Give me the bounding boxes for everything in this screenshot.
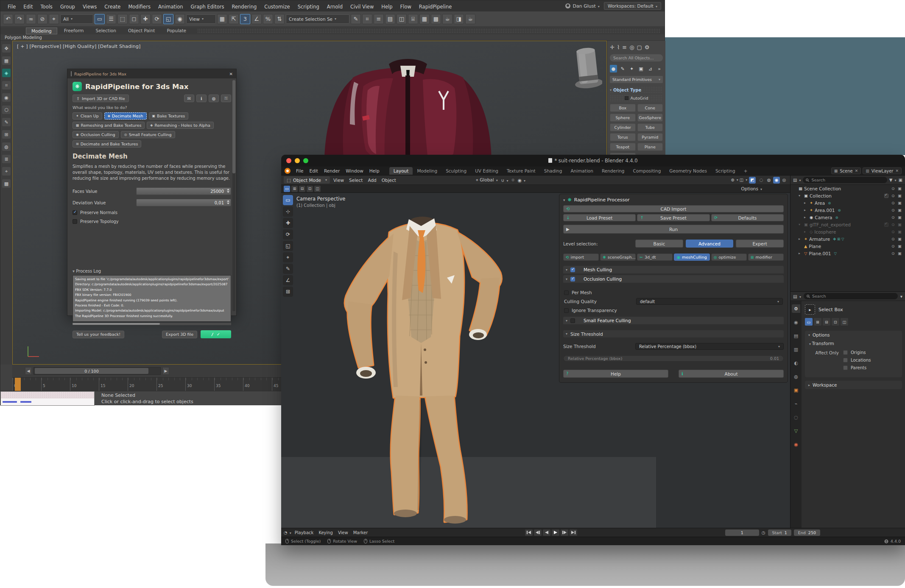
unlink-selection-icon[interactable]: ⊘ — [37, 14, 47, 24]
workspaces-combo[interactable]: Workspaces: Default — [604, 2, 661, 10]
mode-intersect[interactable]: ◫ — [841, 318, 848, 326]
snaps-toggle-icon[interactable]: 3 — [240, 14, 250, 24]
enable-section-row[interactable]: ▾ Occlusion Culling — [563, 275, 784, 283]
workspace-tab[interactable]: Animation — [566, 167, 598, 175]
action-chip[interactable]: ▣Bake Textures — [149, 112, 189, 120]
filter-icon[interactable]: ▼ — [889, 178, 897, 182]
transform-subpanel[interactable]: Transform — [809, 341, 899, 346]
properties-tab-view-layer[interactable]: ▥ — [792, 345, 800, 354]
bind-to-space-warp-icon[interactable]: ⌖ — [49, 14, 59, 24]
rectangular-selection-region-icon[interactable]: ⬚ — [117, 14, 128, 24]
spinner-snap-icon[interactable]: ⇅ — [274, 14, 285, 24]
max-menu-item[interactable]: Arnold — [323, 4, 346, 10]
toggle-grid-icon[interactable]: ⌗ — [2, 81, 11, 89]
render-setup-icon[interactable]: ☕ — [442, 14, 452, 24]
timeline-menu-item[interactable]: View — [335, 530, 351, 535]
workspace-tab[interactable]: Texture Paint — [503, 167, 540, 175]
select-and-move-icon[interactable]: ✚ — [140, 14, 151, 24]
select-extend-icon[interactable]: ⊞ — [291, 186, 298, 192]
hide-eye-icon[interactable] — [891, 244, 895, 248]
display-mode-icon[interactable]: ▤ — [793, 178, 801, 182]
about-button[interactable]: ℹAbout — [679, 370, 784, 378]
time-slider-track[interactable]: 0 / 100 — [34, 367, 161, 375]
undo-icon[interactable]: ↶ — [3, 14, 13, 24]
blender-titlebar[interactable]: * suit-render.blend - Blender 4.4.0 — [281, 155, 905, 167]
process-run-button[interactable]: /✓ — [201, 330, 231, 338]
max-menu-item[interactable]: Group — [56, 4, 79, 10]
mode-dropdown[interactable]: ⬚Object Mode — [284, 176, 330, 184]
window-crossing-icon[interactable]: ◻ — [129, 14, 139, 24]
exclude-checkbox[interactable] — [884, 223, 888, 227]
disable-render-icon[interactable] — [898, 244, 902, 248]
disable-render-icon[interactable] — [898, 237, 902, 241]
select-new-icon[interactable]: ▭ — [284, 186, 290, 192]
hide-eye-icon[interactable] — [891, 215, 895, 220]
config-tab[interactable]: ✂3d_dt — [637, 254, 673, 261]
viewport-label[interactable]: [ + ] [Perspective] [High Quality] [Defa… — [17, 44, 141, 49]
spinner[interactable] — [227, 189, 229, 193]
max-menu-item[interactable]: Help — [377, 4, 396, 10]
hierarchy-tab-icon[interactable]: ≡ — [622, 44, 627, 50]
outliner-plane[interactable]: ▲ Plane — [790, 242, 905, 250]
size-threshold-header[interactable]: ▾Size Threshold — [563, 330, 784, 337]
max-menu-item[interactable]: Rendering — [228, 4, 261, 10]
properties-tab-render[interactable]: ◉ — [792, 318, 800, 326]
play-button[interactable] — [552, 529, 559, 536]
blender-viewport[interactable]: ▭⊹✚⟳◱⌖✎∠⊞ Camera Perspective (1) Collect… — [281, 193, 790, 528]
outliner-collection[interactable]: ▾ ▣ Collection — [790, 192, 905, 199]
reference-coordinate-combo[interactable]: View — [186, 14, 216, 24]
config-tab[interactable]: ▣meshCulling — [674, 254, 709, 261]
collapse-icon[interactable]: ▾ — [900, 294, 902, 299]
process-log[interactable]: Saving asset to file 'c:/programdata/aut… — [73, 275, 231, 322]
disable-render-icon[interactable] — [898, 229, 902, 234]
cameras-category-icon[interactable]: ▣ — [637, 65, 645, 72]
wireframe-shading-icon[interactable]: ◌ — [758, 177, 765, 184]
exclude-checkbox[interactable] — [884, 194, 888, 198]
license-key-icon[interactable]: ⚿ — [221, 95, 231, 102]
hide-eye-icon[interactable] — [891, 222, 895, 227]
collapse-caret-icon[interactable]: ▾ — [563, 198, 565, 202]
suit-model[interactable] — [330, 209, 512, 528]
properties-tab-output[interactable]: ▤ — [792, 332, 800, 340]
list-icon[interactable]: ≣ — [2, 155, 11, 163]
tool-measure[interactable]: ∠ — [283, 275, 293, 285]
edit-named-selection-sets-icon[interactable]: ✎ — [351, 14, 361, 24]
tool-transform[interactable]: ⌖ — [283, 252, 293, 262]
tool-move[interactable]: ✚ — [283, 218, 293, 228]
preserve-checkbox[interactable]: Preserve Topology — [73, 219, 231, 224]
tool-rotate[interactable]: ⟳ — [283, 229, 293, 240]
properties-tab-tool[interactable]: ⚙ — [792, 304, 800, 313]
workspace-tab[interactable]: UV Editing — [471, 167, 503, 175]
action-chip[interactable]: ⊞Decimate and Bake Textures — [73, 140, 141, 148]
redo-icon[interactable]: ↷ — [14, 14, 25, 24]
select-and-place-icon[interactable]: ◉ — [175, 14, 185, 24]
time-slider-thumb[interactable]: 0 / 100 — [35, 368, 148, 374]
outliner-search[interactable]: Search — [803, 177, 887, 183]
outliner-scene-collection[interactable]: ▦ Scene Collection — [790, 185, 905, 192]
level-button[interactable]: Advanced — [686, 240, 734, 248]
align-icon[interactable]: ≡ — [374, 14, 384, 24]
max-menu-item[interactable]: Tools — [37, 4, 56, 10]
culling-quality-dropdown[interactable]: default — [636, 298, 783, 305]
max-menu-item[interactable]: Edit — [20, 4, 36, 10]
select-by-name-icon[interactable]: ☰ — [106, 14, 116, 24]
schematic-view-icon[interactable]: ▦ — [419, 14, 430, 24]
polygon-modeling-label[interactable]: Polygon Modeling — [0, 35, 42, 40]
cad-import-button[interactable]: ⟲CAD Import — [563, 205, 784, 212]
snap-dropdown[interactable]: ∪ — [501, 178, 508, 183]
object-type-rollout[interactable]: ▾Object Type — [610, 86, 663, 93]
max-menu-item[interactable]: Customize — [260, 4, 293, 10]
config-tab[interactable]: ⊞modifier — [748, 254, 784, 261]
gizmo-dropdown[interactable]: ⊕ — [731, 177, 738, 184]
max-menu-item[interactable]: Flow — [397, 4, 415, 10]
next-keyframe-button[interactable] — [561, 529, 568, 536]
blender-menu-item[interactable]: Render — [321, 168, 343, 173]
hide-eye-icon[interactable] — [891, 186, 895, 191]
max-menu-item[interactable]: Views — [79, 4, 101, 10]
outliner-armature[interactable]: ▸ ✶ Armature ✥ ⊞ ▽ — [790, 235, 905, 242]
select-intersect-icon[interactable]: ◫ — [314, 186, 321, 192]
tool-annotate[interactable]: ✎ — [283, 264, 293, 274]
action-chip[interactable]: ◉Occlusion Culling — [73, 131, 119, 138]
primitive-button[interactable]: GeoSphere — [637, 114, 663, 122]
xray-toggle[interactable]: ◩ — [749, 177, 756, 184]
